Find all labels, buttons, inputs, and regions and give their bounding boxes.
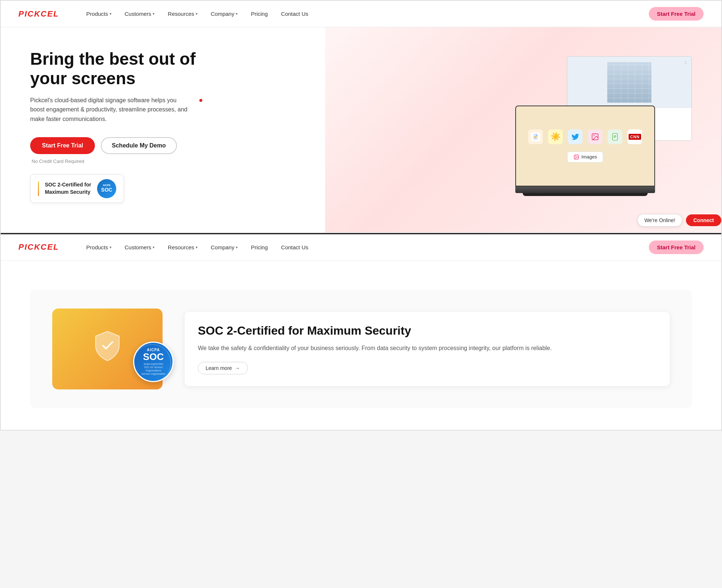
chevron-icon: ▾ [236, 245, 238, 249]
hero-buttons: Start Free Trial Schedule My Demo [30, 137, 221, 154]
start-free-trial-button-top[interactable]: Start Free Trial [649, 7, 704, 21]
navbar-top: PICKCEL Products ▾ Customers ▾ Resources… [1, 1, 721, 27]
nav-customers[interactable]: Customers ▾ [120, 8, 160, 20]
decoration-dot [199, 99, 202, 102]
aicpa-ring [134, 344, 171, 382]
start-free-trial-button-hero[interactable]: Start Free Trial [30, 137, 95, 154]
soc-section: AICPA SOC aicpa.org/soc4soSOC for Servic… [1, 261, 721, 430]
nav-company-b[interactable]: Company ▾ [206, 241, 243, 253]
app-icon-cnn: CNN [627, 129, 642, 144]
slide-number: 1 [684, 60, 687, 65]
svg-rect-1 [534, 136, 537, 137]
app-icon-twitter [568, 129, 583, 144]
soc-color-bar [38, 181, 39, 196]
app-icon-clipboard [608, 129, 622, 144]
nav-products-b[interactable]: Products ▾ [81, 241, 117, 253]
start-free-trial-button-bottom[interactable]: Start Free Trial [649, 240, 704, 254]
hero-section: Bring the best out of your screens Pickc… [1, 27, 721, 232]
app-icon-docs [528, 129, 543, 144]
chevron-icon: ▾ [153, 245, 154, 249]
app-icons-row: ☀️ [528, 129, 642, 144]
nav-top: Products ▾ Customers ▾ Resources ▾ Compa… [81, 8, 649, 20]
laptop-mockup: ☀️ [515, 106, 655, 196]
chevron-icon: ▾ [110, 245, 111, 249]
app-icon-weather: ☀️ [548, 129, 563, 144]
soc-text-content: SOC 2-Certified for Maximum Security We … [185, 312, 670, 386]
hero-title: Bring the best out of your screens [30, 49, 221, 88]
nav-company[interactable]: Company ▾ [206, 8, 243, 20]
schedule-demo-button[interactable]: Schedule My Demo [101, 137, 177, 154]
laptop-screen: ☀️ [515, 106, 655, 186]
shield-icon [93, 329, 122, 368]
nav-resources-b[interactable]: Resources ▾ [163, 241, 203, 253]
app-icon-image [588, 129, 602, 144]
no-credit-text: No Credit Card Required [32, 158, 221, 164]
svg-point-10 [575, 156, 576, 156]
nav-resources[interactable]: Resources ▾ [163, 8, 203, 20]
svg-point-4 [593, 135, 594, 136]
navbar-bottom: PICKCEL Products ▾ Customers ▾ Resources… [1, 234, 721, 261]
laptop-base [515, 186, 655, 193]
hero-visual: OurCommercialProjects 1 [515, 56, 692, 196]
soc-badge-text: SOC 2-Certified forMaximum Security [45, 181, 91, 196]
soc-description: We take the safety & confidentiality of … [198, 343, 657, 353]
soc-title: SOC 2-Certified for Maximum Security [198, 324, 657, 338]
chat-connect-button[interactable]: Connect [686, 214, 721, 226]
laptop-images-label: Images [567, 152, 604, 163]
soc-image-card: AICPA SOC aicpa.org/soc4soSOC for Servic… [52, 309, 163, 389]
arrow-icon: → [235, 365, 240, 371]
nav-pricing-b[interactable]: Pricing [246, 241, 273, 253]
svg-rect-2 [534, 138, 536, 138]
nav-bottom: Products ▾ Customers ▾ Resources ▾ Compa… [81, 241, 649, 253]
svg-rect-6 [613, 135, 616, 136]
chevron-icon: ▾ [196, 245, 198, 249]
soc-text-card: SOC 2-Certified for Maximum Security We … [185, 312, 670, 386]
presentation-image [567, 57, 691, 108]
chevron-icon: ▾ [153, 12, 154, 16]
chat-online-text: We're Online! [637, 214, 682, 227]
logo-top: PICKCEL [18, 9, 59, 19]
aicpa-circle-small: AICPA SOC [97, 179, 116, 198]
svg-rect-8 [613, 138, 615, 138]
svg-rect-7 [613, 136, 616, 137]
nav-products[interactable]: Products ▾ [81, 8, 117, 20]
laptop-foot [523, 193, 648, 196]
soc-content: AICPA SOC aicpa.org/soc4soSOC for Servic… [30, 290, 692, 408]
nav-customers-b[interactable]: Customers ▾ [120, 241, 160, 253]
nav-contact[interactable]: Contact Us [276, 8, 313, 20]
hero-left: Bring the best out of your screens Pickc… [30, 49, 221, 203]
soc-badge-small: SOC 2-Certified forMaximum Security AICP… [30, 174, 124, 203]
nav-contact-b[interactable]: Contact Us [276, 241, 313, 253]
chevron-icon: ▾ [236, 12, 238, 16]
logo-bottom: PICKCEL [18, 242, 59, 252]
hero-right: OurCommercialProjects 1 [221, 56, 692, 196]
chevron-icon: ▾ [110, 12, 111, 16]
chevron-icon: ▾ [196, 12, 198, 16]
chat-widget: We're Online! Connect [637, 214, 721, 227]
learn-more-link[interactable]: Learn more → [198, 362, 248, 374]
nav-pricing[interactable]: Pricing [246, 8, 273, 20]
building-image [607, 62, 651, 103]
hero-subtitle: Pickcel's cloud-based digital signage so… [30, 96, 192, 124]
aicpa-badge-large: AICPA SOC aicpa.org/soc4soSOC for Servic… [133, 342, 174, 382]
